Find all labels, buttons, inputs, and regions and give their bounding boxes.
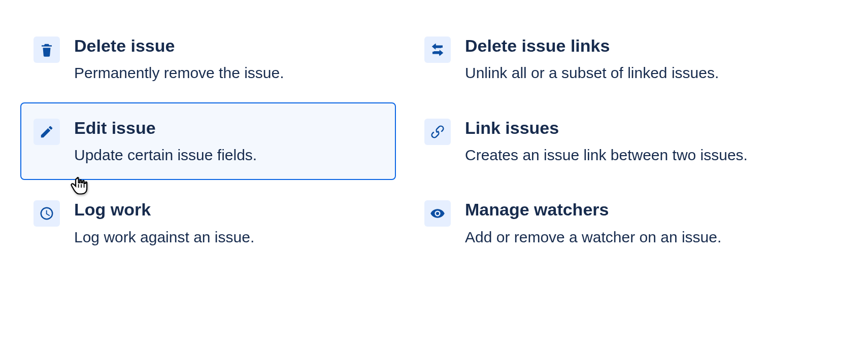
action-card-log-work[interactable]: Log work Log work against an issue. xyxy=(20,184,396,262)
action-card-manage-watchers[interactable]: Manage watchers Add or remove a watcher … xyxy=(411,184,787,262)
card-title: Delete issue xyxy=(74,34,383,57)
card-desc: Update certain issue fields. xyxy=(74,144,383,166)
eye-icon xyxy=(424,200,451,227)
card-text: Delete issue links Unlink all or a subse… xyxy=(465,34,774,84)
card-text: Log work Log work against an issue. xyxy=(74,198,383,248)
trash-icon xyxy=(34,37,60,63)
card-desc: Unlink all or a subset of linked issues. xyxy=(465,62,774,84)
card-title: Delete issue links xyxy=(465,34,774,57)
clock-icon xyxy=(34,200,60,227)
card-desc: Add or remove a watcher on an issue. xyxy=(465,226,774,248)
card-desc: Log work against an issue. xyxy=(74,226,383,248)
card-desc: Permanently remove the issue. xyxy=(74,62,383,84)
svg-rect-0 xyxy=(435,46,443,48)
card-text: Delete issue Permanently remove the issu… xyxy=(74,34,383,84)
pencil-icon xyxy=(34,119,60,145)
swap-icon xyxy=(424,37,451,63)
link-icon xyxy=(424,119,451,145)
card-title: Edit issue xyxy=(74,117,383,139)
svg-rect-1 xyxy=(432,52,440,54)
card-title: Log work xyxy=(74,198,383,221)
card-title: Link issues xyxy=(465,117,774,139)
card-desc: Creates an issue link between two issues… xyxy=(465,144,774,166)
card-title: Manage watchers xyxy=(465,198,774,221)
card-text: Manage watchers Add or remove a watcher … xyxy=(465,198,774,248)
action-card-delete-issue-links[interactable]: Delete issue links Unlink all or a subse… xyxy=(411,20,787,98)
action-card-delete-issue[interactable]: Delete issue Permanently remove the issu… xyxy=(20,20,396,98)
action-grid: Delete issue Permanently remove the issu… xyxy=(20,20,848,266)
card-text: Edit issue Update certain issue fields. xyxy=(74,117,383,166)
action-card-edit-issue[interactable]: Edit issue Update certain issue fields. xyxy=(20,102,396,180)
action-card-link-issues[interactable]: Link issues Creates an issue link betwee… xyxy=(411,102,787,180)
card-text: Link issues Creates an issue link betwee… xyxy=(465,117,774,166)
